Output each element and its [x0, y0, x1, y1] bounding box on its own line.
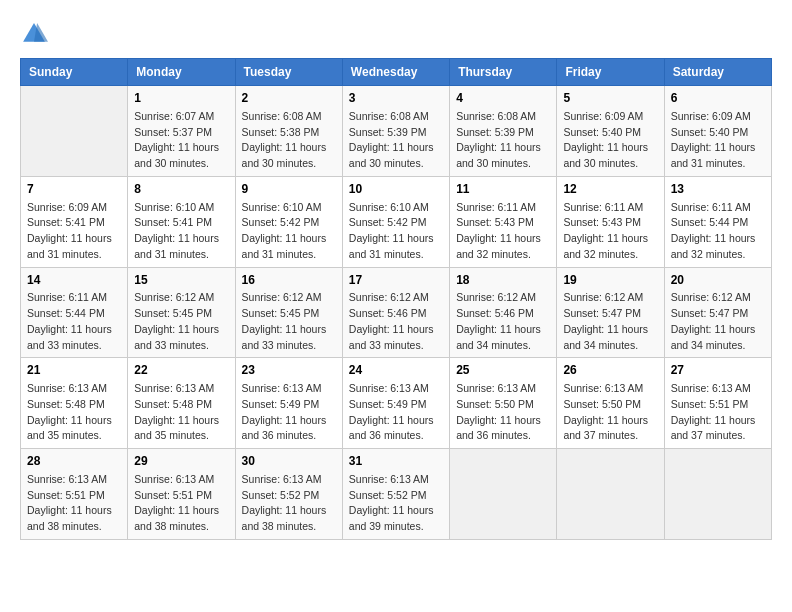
day-info: Sunrise: 6:10 AMSunset: 5:42 PMDaylight:… — [349, 200, 443, 263]
day-info: Sunrise: 6:12 AMSunset: 5:45 PMDaylight:… — [134, 290, 228, 353]
day-number: 2 — [242, 90, 336, 107]
day-number: 20 — [671, 272, 765, 289]
day-number: 29 — [134, 453, 228, 470]
day-number: 1 — [134, 90, 228, 107]
calendar-cell: 18Sunrise: 6:12 AMSunset: 5:46 PMDayligh… — [450, 267, 557, 358]
calendar-cell: 30Sunrise: 6:13 AMSunset: 5:52 PMDayligh… — [235, 449, 342, 540]
day-number: 21 — [27, 362, 121, 379]
calendar-cell: 6Sunrise: 6:09 AMSunset: 5:40 PMDaylight… — [664, 86, 771, 177]
day-info: Sunrise: 6:12 AMSunset: 5:46 PMDaylight:… — [456, 290, 550, 353]
header-cell-tuesday: Tuesday — [235, 59, 342, 86]
day-info: Sunrise: 6:13 AMSunset: 5:51 PMDaylight:… — [671, 381, 765, 444]
calendar-cell: 9Sunrise: 6:10 AMSunset: 5:42 PMDaylight… — [235, 176, 342, 267]
calendar-cell: 15Sunrise: 6:12 AMSunset: 5:45 PMDayligh… — [128, 267, 235, 358]
day-number: 8 — [134, 181, 228, 198]
calendar-cell — [664, 449, 771, 540]
calendar-cell: 14Sunrise: 6:11 AMSunset: 5:44 PMDayligh… — [21, 267, 128, 358]
day-info: Sunrise: 6:13 AMSunset: 5:48 PMDaylight:… — [27, 381, 121, 444]
day-number: 11 — [456, 181, 550, 198]
calendar-cell — [450, 449, 557, 540]
day-number: 4 — [456, 90, 550, 107]
day-info: Sunrise: 6:13 AMSunset: 5:49 PMDaylight:… — [349, 381, 443, 444]
day-info: Sunrise: 6:13 AMSunset: 5:48 PMDaylight:… — [134, 381, 228, 444]
day-info: Sunrise: 6:10 AMSunset: 5:42 PMDaylight:… — [242, 200, 336, 263]
calendar-cell: 5Sunrise: 6:09 AMSunset: 5:40 PMDaylight… — [557, 86, 664, 177]
day-info: Sunrise: 6:11 AMSunset: 5:44 PMDaylight:… — [27, 290, 121, 353]
day-info: Sunrise: 6:09 AMSunset: 5:40 PMDaylight:… — [671, 109, 765, 172]
day-info: Sunrise: 6:11 AMSunset: 5:43 PMDaylight:… — [456, 200, 550, 263]
calendar-cell: 24Sunrise: 6:13 AMSunset: 5:49 PMDayligh… — [342, 358, 449, 449]
day-info: Sunrise: 6:13 AMSunset: 5:52 PMDaylight:… — [242, 472, 336, 535]
page-header — [20, 20, 772, 48]
calendar-cell: 21Sunrise: 6:13 AMSunset: 5:48 PMDayligh… — [21, 358, 128, 449]
day-number: 24 — [349, 362, 443, 379]
header-cell-friday: Friday — [557, 59, 664, 86]
day-number: 30 — [242, 453, 336, 470]
day-info: Sunrise: 6:09 AMSunset: 5:41 PMDaylight:… — [27, 200, 121, 263]
day-number: 23 — [242, 362, 336, 379]
calendar-cell: 4Sunrise: 6:08 AMSunset: 5:39 PMDaylight… — [450, 86, 557, 177]
calendar-cell: 7Sunrise: 6:09 AMSunset: 5:41 PMDaylight… — [21, 176, 128, 267]
day-number: 16 — [242, 272, 336, 289]
day-number: 12 — [563, 181, 657, 198]
day-number: 22 — [134, 362, 228, 379]
header-cell-wednesday: Wednesday — [342, 59, 449, 86]
header-row: SundayMondayTuesdayWednesdayThursdayFrid… — [21, 59, 772, 86]
day-number: 6 — [671, 90, 765, 107]
day-number: 27 — [671, 362, 765, 379]
day-info: Sunrise: 6:13 AMSunset: 5:51 PMDaylight:… — [27, 472, 121, 535]
week-row-3: 14Sunrise: 6:11 AMSunset: 5:44 PMDayligh… — [21, 267, 772, 358]
calendar-cell: 13Sunrise: 6:11 AMSunset: 5:44 PMDayligh… — [664, 176, 771, 267]
calendar-cell: 23Sunrise: 6:13 AMSunset: 5:49 PMDayligh… — [235, 358, 342, 449]
calendar-cell: 19Sunrise: 6:12 AMSunset: 5:47 PMDayligh… — [557, 267, 664, 358]
day-info: Sunrise: 6:11 AMSunset: 5:43 PMDaylight:… — [563, 200, 657, 263]
calendar-cell: 1Sunrise: 6:07 AMSunset: 5:37 PMDaylight… — [128, 86, 235, 177]
calendar-cell: 22Sunrise: 6:13 AMSunset: 5:48 PMDayligh… — [128, 358, 235, 449]
day-number: 7 — [27, 181, 121, 198]
day-number: 19 — [563, 272, 657, 289]
day-number: 3 — [349, 90, 443, 107]
day-info: Sunrise: 6:08 AMSunset: 5:38 PMDaylight:… — [242, 109, 336, 172]
header-cell-saturday: Saturday — [664, 59, 771, 86]
calendar-cell: 28Sunrise: 6:13 AMSunset: 5:51 PMDayligh… — [21, 449, 128, 540]
calendar-cell: 17Sunrise: 6:12 AMSunset: 5:46 PMDayligh… — [342, 267, 449, 358]
header-cell-thursday: Thursday — [450, 59, 557, 86]
calendar-cell — [557, 449, 664, 540]
calendar-cell: 8Sunrise: 6:10 AMSunset: 5:41 PMDaylight… — [128, 176, 235, 267]
day-number: 13 — [671, 181, 765, 198]
calendar-cell: 3Sunrise: 6:08 AMSunset: 5:39 PMDaylight… — [342, 86, 449, 177]
day-info: Sunrise: 6:12 AMSunset: 5:47 PMDaylight:… — [563, 290, 657, 353]
day-info: Sunrise: 6:13 AMSunset: 5:50 PMDaylight:… — [456, 381, 550, 444]
day-info: Sunrise: 6:13 AMSunset: 5:51 PMDaylight:… — [134, 472, 228, 535]
week-row-2: 7Sunrise: 6:09 AMSunset: 5:41 PMDaylight… — [21, 176, 772, 267]
day-info: Sunrise: 6:07 AMSunset: 5:37 PMDaylight:… — [134, 109, 228, 172]
day-number: 31 — [349, 453, 443, 470]
svg-marker-1 — [34, 23, 48, 42]
calendar-cell: 12Sunrise: 6:11 AMSunset: 5:43 PMDayligh… — [557, 176, 664, 267]
day-info: Sunrise: 6:10 AMSunset: 5:41 PMDaylight:… — [134, 200, 228, 263]
week-row-5: 28Sunrise: 6:13 AMSunset: 5:51 PMDayligh… — [21, 449, 772, 540]
calendar-cell: 29Sunrise: 6:13 AMSunset: 5:51 PMDayligh… — [128, 449, 235, 540]
week-row-4: 21Sunrise: 6:13 AMSunset: 5:48 PMDayligh… — [21, 358, 772, 449]
calendar-cell: 2Sunrise: 6:08 AMSunset: 5:38 PMDaylight… — [235, 86, 342, 177]
day-number: 15 — [134, 272, 228, 289]
calendar-cell: 16Sunrise: 6:12 AMSunset: 5:45 PMDayligh… — [235, 267, 342, 358]
day-info: Sunrise: 6:11 AMSunset: 5:44 PMDaylight:… — [671, 200, 765, 263]
day-info: Sunrise: 6:13 AMSunset: 5:50 PMDaylight:… — [563, 381, 657, 444]
day-info: Sunrise: 6:12 AMSunset: 5:47 PMDaylight:… — [671, 290, 765, 353]
day-info: Sunrise: 6:12 AMSunset: 5:45 PMDaylight:… — [242, 290, 336, 353]
calendar-cell: 31Sunrise: 6:13 AMSunset: 5:52 PMDayligh… — [342, 449, 449, 540]
calendar-table: SundayMondayTuesdayWednesdayThursdayFrid… — [20, 58, 772, 540]
day-number: 10 — [349, 181, 443, 198]
calendar-header: SundayMondayTuesdayWednesdayThursdayFrid… — [21, 59, 772, 86]
calendar-cell — [21, 86, 128, 177]
calendar-cell: 20Sunrise: 6:12 AMSunset: 5:47 PMDayligh… — [664, 267, 771, 358]
header-cell-monday: Monday — [128, 59, 235, 86]
day-info: Sunrise: 6:13 AMSunset: 5:49 PMDaylight:… — [242, 381, 336, 444]
calendar-cell: 26Sunrise: 6:13 AMSunset: 5:50 PMDayligh… — [557, 358, 664, 449]
calendar-cell: 11Sunrise: 6:11 AMSunset: 5:43 PMDayligh… — [450, 176, 557, 267]
logo-icon — [20, 20, 48, 48]
day-info: Sunrise: 6:09 AMSunset: 5:40 PMDaylight:… — [563, 109, 657, 172]
day-number: 17 — [349, 272, 443, 289]
day-number: 18 — [456, 272, 550, 289]
